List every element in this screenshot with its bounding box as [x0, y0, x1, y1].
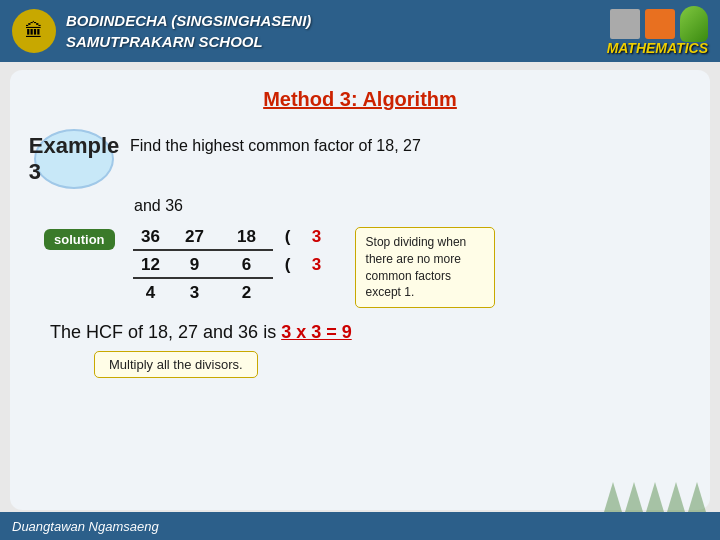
multiply-note: Multiply all the divisors. [94, 351, 258, 378]
row1-num2: 18 [221, 225, 273, 251]
plant-3 [646, 482, 664, 512]
main-content: Method 3: Algorithm Example 3 Find the h… [10, 70, 710, 510]
footer: Duangtawan Ngamsaeng [0, 512, 720, 540]
row2-bracket: ( [273, 253, 303, 279]
row3-num1: 3 [169, 281, 221, 305]
solution-area: solution 36 27 18 ( 3 12 9 6 ( 3 4 3 2 [44, 225, 686, 308]
shape-orange [645, 9, 675, 39]
hcf-text: The HCF of 18, 27 and 36 is [50, 322, 276, 342]
stop-dividing-tooltip: Stop dividing when there are no more com… [355, 227, 495, 308]
division-table: 36 27 18 ( 3 12 9 6 ( 3 4 3 2 [133, 225, 331, 305]
row3-divisor: 4 [133, 281, 169, 305]
subject-label: MATHEMATICS [607, 40, 708, 56]
example-row: Example 3 Find the highest common factor… [34, 129, 686, 189]
row2-divisor: 12 [133, 253, 169, 279]
shape-gray [610, 9, 640, 39]
row1-bracket: ( [273, 225, 303, 251]
row1-divisor: 36 [133, 225, 169, 251]
plant-5 [688, 482, 706, 512]
row3-bracket [273, 281, 303, 305]
row2-num1: 9 [169, 253, 221, 279]
and-row: and 36 [134, 197, 686, 215]
row2-num2: 6 [221, 253, 273, 279]
header-right-decor [610, 6, 708, 42]
plant-2 [625, 482, 643, 512]
row3-num2: 2 [221, 281, 273, 305]
decorative-plants [604, 482, 706, 512]
solution-badge: solution [44, 229, 115, 250]
row2-factor: 3 [303, 253, 331, 279]
footer-author: Duangtawan Ngamsaeng [12, 519, 159, 534]
example-badge: Example 3 [34, 129, 114, 189]
shape-green-cylinder [680, 6, 708, 42]
school-title: BODINDECHA (SINGSINGHASENI) SAMUTPRAKARN… [66, 10, 311, 52]
school-logo: 🏛 [12, 9, 56, 53]
example-description: Find the highest common factor of 18, 27 [130, 129, 421, 155]
plant-1 [604, 482, 622, 512]
plant-4 [667, 482, 685, 512]
row3-factor [303, 281, 331, 305]
row1-num1: 27 [169, 225, 221, 251]
decorative-shapes [610, 6, 708, 42]
header: 🏛 BODINDECHA (SINGSINGHASENI) SAMUTPRAKA… [0, 0, 720, 62]
hcf-calc: 3 x 3 = 9 [281, 322, 352, 342]
row1-factor: 3 [303, 225, 331, 251]
method-title: Method 3: Algorithm [34, 88, 686, 111]
hcf-result-row: The HCF of 18, 27 and 36 is 3 x 3 = 9 [50, 322, 686, 343]
